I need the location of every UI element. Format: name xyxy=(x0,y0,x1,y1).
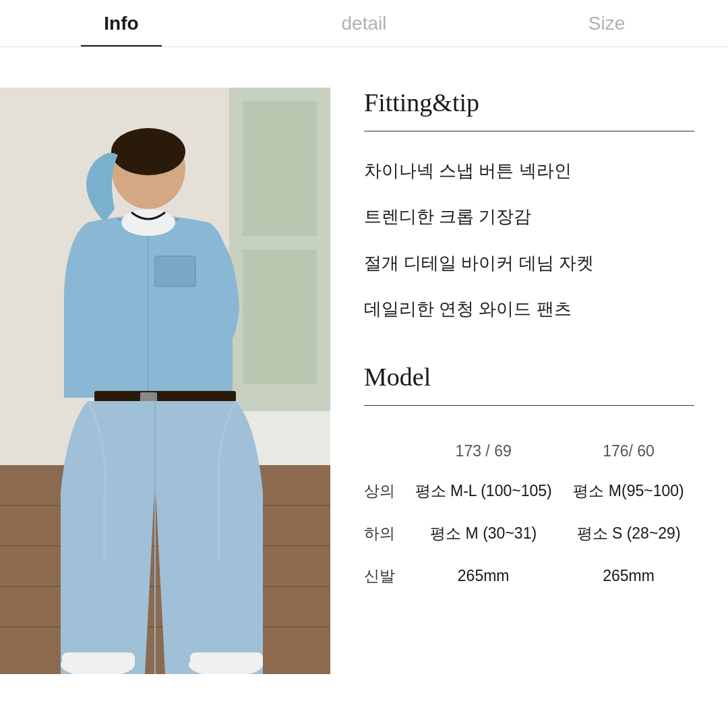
product-photo-svg xyxy=(0,88,330,674)
model-table: 173 / 69 176/ 60 상의 평소 M-L (100~105) 평소 … xyxy=(364,433,694,597)
tab-info-label: Info xyxy=(104,13,138,34)
col-model2-header: 176/ 60 xyxy=(563,433,694,470)
model-divider xyxy=(364,405,694,406)
product-image xyxy=(0,88,330,674)
row-shoes-label: 신발 xyxy=(364,555,404,597)
tab-size[interactable]: Size xyxy=(485,0,728,47)
tip-2: 트렌디한 크롭 기장감 xyxy=(364,204,694,229)
tab-detail[interactable]: detail xyxy=(243,0,485,47)
tab-size-label: Size xyxy=(588,13,625,34)
tab-detail-label: detail xyxy=(342,13,387,34)
model-table-header-row: 173 / 69 176/ 60 xyxy=(364,433,694,470)
model-title: Model xyxy=(364,362,694,392)
svg-point-14 xyxy=(121,209,175,236)
fitting-divider xyxy=(364,131,694,131)
table-row: 하의 평소 M (30~31) 평소 S (28~29) xyxy=(364,512,694,555)
row-bottom-col1: 평소 M (30~31) xyxy=(404,512,563,555)
row-shoes-col2: 265mm xyxy=(563,555,694,597)
main-content: Fitting&tip 차이나넥 스냅 버튼 넥라인 트렌디한 크롭 기장감 절… xyxy=(0,47,728,728)
product-photo xyxy=(0,88,330,674)
table-row: 상의 평소 M-L (100~105) 평소 M(95~100) xyxy=(364,470,694,512)
tab-navigation: Info detail Size xyxy=(0,0,728,47)
table-row: 신발 265mm 265mm xyxy=(364,555,694,597)
svg-rect-9 xyxy=(243,249,317,384)
svg-rect-21 xyxy=(190,653,263,667)
row-shoes-col1: 265mm xyxy=(404,555,563,597)
model-section: Model 173 / 69 176/ 60 상의 평소 M-L (100~10… xyxy=(364,362,694,597)
fitting-section: Fitting&tip 차이나넥 스냅 버튼 넥라인 트렌디한 크롭 기장감 절… xyxy=(364,88,694,322)
svg-rect-20 xyxy=(62,653,135,667)
tab-info[interactable]: Info xyxy=(0,0,243,47)
col-label-header xyxy=(364,433,404,470)
col-model1-header: 173 / 69 xyxy=(404,433,563,470)
row-bottom-col2: 평소 S (28~29) xyxy=(563,512,694,555)
row-top-col1: 평소 M-L (100~105) xyxy=(404,470,563,512)
svg-point-12 xyxy=(111,128,185,175)
row-top-label: 상의 xyxy=(364,470,404,512)
tip-4: 데일리한 연청 와이드 팬츠 xyxy=(364,297,694,321)
tip-1: 차이나넥 스냅 버튼 넥라인 xyxy=(364,158,694,183)
info-panel: Fitting&tip 차이나넥 스냅 버튼 넥라인 트렌디한 크롭 기장감 절… xyxy=(330,88,728,728)
row-top-col2: 평소 M(95~100) xyxy=(563,470,694,512)
tip-3: 절개 디테일 바이커 데님 자켓 xyxy=(364,251,694,275)
svg-rect-8 xyxy=(243,101,317,236)
svg-rect-13 xyxy=(155,256,195,286)
row-bottom-label: 하의 xyxy=(364,512,404,555)
fitting-title: Fitting&tip xyxy=(364,88,694,117)
